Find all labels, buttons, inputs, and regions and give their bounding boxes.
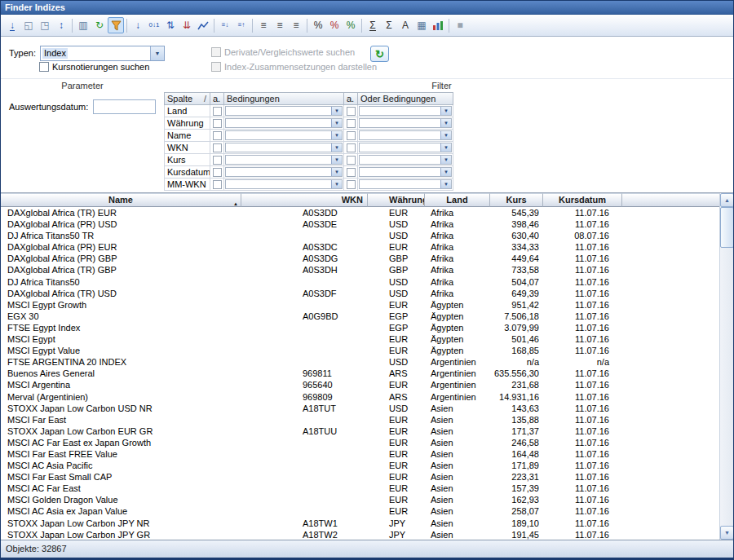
sum-line-icon[interactable]: Σ — [365, 17, 381, 33]
table-row[interactable]: DAXglobal Africa (TR) EURA0S3DDEURAfrika… — [1, 207, 719, 218]
filter-or-checkbox[interactable] — [347, 180, 356, 189]
table-row[interactable]: MSCI Egypt GrowthEURÄgypten951,4211.07.1… — [1, 299, 719, 311]
filter-condition-combo[interactable]: ▼ — [224, 154, 344, 166]
table-row[interactable]: MSCI Argentina965640EURArgentinien231,68… — [1, 379, 719, 390]
table-row[interactable]: DAXglobal Africa (PR) GBPA0S3DGGBPAfrika… — [1, 253, 719, 264]
search-refresh-button[interactable]: ↻ — [370, 46, 389, 62]
percent-red-icon[interactable]: % — [326, 17, 343, 33]
filter-or-combo[interactable]: ▼ — [358, 166, 453, 179]
scroll-down-button[interactable]: ▼ — [720, 526, 734, 540]
table-row[interactable]: MSCI AC Far EastEURAsien157,3911.07.16 — [1, 483, 719, 494]
column-header-wahrung[interactable]: Währung — [368, 193, 425, 207]
fit-width-icon[interactable]: ◱ — [20, 17, 37, 33]
table-row[interactable]: STOXX Japan Low Carbon USD NRA18TUTUSDAs… — [1, 403, 719, 414]
chevron-down-icon[interactable]: ▼ — [440, 107, 451, 115]
filter-condition-combo[interactable]: ▼ — [224, 179, 344, 191]
table-row[interactable]: MSCI AC Asia ex Japan ValueEURAsien258,0… — [1, 505, 719, 517]
table-row[interactable]: MSCI Far East Small CAPEURAsien223,3111.… — [1, 471, 719, 483]
align-right-icon[interactable]: ≡ — [288, 17, 304, 33]
chevron-down-icon[interactable]: ▼ — [440, 119, 451, 127]
vertical-scrollbar[interactable]: ▲ ▼ — [719, 193, 733, 540]
table-row[interactable]: Merval (Argentinien)969809ARSArgentinien… — [1, 391, 719, 403]
fit-screen-icon[interactable]: ◳ — [37, 17, 53, 33]
filter-or-checkbox[interactable] — [347, 143, 356, 152]
scroll-up-button[interactable]: ▲ — [720, 193, 734, 207]
table-row[interactable]: MSCI Far East FREE ValueEURAsien164,4811… — [1, 448, 719, 460]
filter-or-combo[interactable]: ▼ — [358, 179, 453, 191]
chevron-down-icon[interactable]: ▼ — [331, 107, 342, 115]
table-row[interactable]: DAXglobal Africa (TR) GBPA0S3DHGBPAfrika… — [1, 264, 719, 276]
chevron-down-icon[interactable]: ▼ — [440, 180, 451, 188]
typen-select[interactable]: Index ▼ — [40, 46, 165, 61]
table-row[interactable]: STOXX Japan Low Carbon EUR GRA18TUUEURAs… — [1, 426, 719, 437]
chevron-down-icon[interactable]: ▼ — [331, 156, 342, 164]
align-center-icon[interactable]: ≡ — [272, 17, 288, 33]
subtotal-up-icon[interactable]: ≡↑ — [233, 17, 250, 33]
filter-or-checkbox[interactable] — [347, 131, 356, 140]
table-row[interactable]: DAXglobal Africa (TR) USDA0S3DFUSDAfrika… — [1, 288, 719, 299]
filter-or-checkbox[interactable] — [347, 156, 356, 165]
filter-and-checkbox[interactable] — [213, 119, 222, 128]
table-row[interactable]: MSCI AC Far East ex Japan GrowthEURAsien… — [1, 437, 719, 448]
align-left-icon[interactable]: ≡ — [255, 17, 272, 33]
filter-or-checkbox[interactable] — [347, 107, 356, 116]
font-icon[interactable]: A — [397, 17, 413, 33]
table-row[interactable]: DAXglobal Africa (PR) EURA0S3DCEURAfrika… — [1, 241, 719, 253]
filter-or-combo[interactable]: ▼ — [358, 117, 453, 130]
table-row[interactable]: DJ Africa Titans50USDAfrika504,0711.07.1… — [1, 276, 719, 288]
table-row[interactable]: Buenos Aires General969811ARSArgentinien… — [1, 368, 719, 379]
table-row[interactable]: MSCI EgyptEURÄgypten501,4611.07.16 — [1, 333, 719, 345]
insert-rows-icon[interactable]: ⇊ — [179, 17, 195, 33]
column-header-wkn[interactable]: WKN — [241, 193, 368, 207]
percent-icon[interactable]: % — [310, 17, 326, 33]
table-row[interactable]: STOXX Japan Low Carbon JPY GRA18TW2JPYAs… — [1, 529, 719, 540]
column-header-name[interactable]: Name▲ — [1, 193, 241, 207]
bar-chart-icon[interactable] — [430, 17, 446, 33]
chevron-down-icon[interactable]: ▼ — [331, 168, 342, 176]
filter-or-combo[interactable]: ▼ — [358, 142, 453, 154]
chevron-down-icon[interactable]: ▼ — [331, 143, 342, 152]
chevron-down-icon[interactable]: ▼ — [440, 143, 451, 152]
table-row[interactable]: EGX 30A0G9BDEGPÄgypten7.506,1811.07.16 — [1, 311, 719, 322]
chevron-down-icon[interactable]: ▼ — [440, 131, 451, 139]
table-row[interactable]: MSCI AC Asia PacificEURAsien171,8911.07.… — [1, 460, 719, 471]
filter-and-checkbox[interactable] — [213, 131, 222, 140]
export-icon[interactable]: ↓ — [4, 17, 20, 33]
filter-condition-combo[interactable]: ▼ — [224, 117, 344, 130]
columns-icon[interactable]: ▥ — [75, 17, 91, 33]
filter-condition-combo[interactable]: ▼ — [224, 105, 344, 117]
filter-or-combo[interactable]: ▼ — [358, 105, 453, 117]
filter-icon[interactable] — [108, 17, 124, 33]
chevron-down-icon[interactable]: ▼ — [331, 131, 342, 139]
fit-height-icon[interactable]: ↕ — [53, 17, 69, 33]
filter-or-checkbox[interactable] — [347, 168, 356, 177]
filter-and-checkbox[interactable] — [213, 156, 222, 165]
chevron-down-icon[interactable]: ▼ — [331, 119, 342, 127]
stop-icon[interactable]: ■ — [452, 17, 468, 33]
table-row[interactable]: DJ Africa Titans50 TRUSDAfrika630,4008.0… — [1, 230, 719, 241]
filter-condition-combo[interactable]: ▼ — [224, 142, 344, 154]
table-row[interactable]: STOXX Japan Low Carbon JPY NRA18TW1JPYAs… — [1, 518, 719, 529]
scrollbar-thumb[interactable] — [720, 207, 734, 248]
percent-green-icon[interactable]: % — [343, 17, 359, 33]
table-row[interactable]: DAXglobal Africa (PR) USDA0S3DEUSDAfrika… — [1, 218, 719, 230]
filter-and-checkbox[interactable] — [213, 143, 222, 152]
trend-chart-icon[interactable] — [195, 17, 211, 33]
sort-descending-icon[interactable]: ↓ — [130, 17, 146, 33]
sort-numeric-icon[interactable]: 0↓1 — [146, 17, 162, 33]
sigma-icon[interactable]: Σ — [381, 17, 397, 33]
chevron-down-icon[interactable]: ▼ — [150, 46, 164, 60]
column-header-land[interactable]: Land — [425, 193, 490, 207]
column-header-kurs[interactable]: Kurs — [490, 193, 543, 207]
filter-and-checkbox[interactable] — [213, 107, 222, 116]
filter-condition-combo[interactable]: ▼ — [224, 130, 344, 142]
table-row[interactable]: FTSE ARGENTINA 20 INDEXUSDArgentinienn/a… — [1, 356, 719, 368]
table-row[interactable]: MSCI Golden Dragon ValueEURAsien162,9311… — [1, 494, 719, 505]
chevron-down-icon[interactable]: ▼ — [440, 168, 451, 176]
table-row[interactable]: FTSE Egypt IndexEGPÄgypten3.079,9911.07.… — [1, 322, 719, 333]
filter-condition-combo[interactable]: ▼ — [224, 166, 344, 179]
sort-updown-icon[interactable]: ⇅ — [162, 17, 179, 33]
grid-icon[interactable]: ▦ — [413, 17, 430, 33]
filter-and-checkbox[interactable] — [213, 168, 222, 177]
chevron-down-icon[interactable]: ▼ — [331, 180, 342, 188]
